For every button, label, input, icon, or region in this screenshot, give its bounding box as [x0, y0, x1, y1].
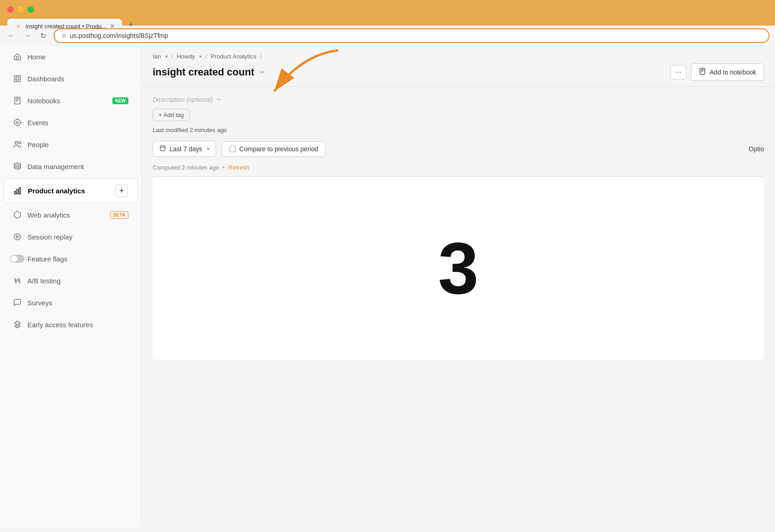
breadcrumb-sep-1: / [171, 53, 173, 60]
page-title: insight created count [153, 66, 254, 78]
breadcrumb: Ian ▾ / Howdy ▾ / Product Analytics / [153, 53, 764, 60]
notebooks-icon [13, 96, 22, 105]
compare-checkbox [229, 146, 236, 152]
web-analytics-icon [13, 210, 22, 219]
sidebar-item-events[interactable]: Events [4, 112, 138, 133]
svg-point-16 [19, 142, 21, 144]
sidebar: Home Dashboards Notebooks NEW Events [0, 46, 142, 527]
sidebar-label-data-management: Data management [27, 163, 84, 170]
sidebar-item-dashboards[interactable]: Dashboards [4, 69, 138, 89]
add-notebook-label: Add to notebook [710, 69, 756, 76]
dashboards-icon [13, 74, 22, 83]
svg-point-10 [16, 122, 19, 124]
sidebar-label-session-replay: Session replay [27, 233, 72, 241]
svg-rect-2 [18, 75, 21, 78]
big-number-value: 3 [438, 232, 479, 305]
refresh-button[interactable]: ↻ [38, 30, 48, 42]
breadcrumb-ian[interactable]: Ian [153, 53, 161, 60]
sidebar-item-feature-flags[interactable]: Feature flags [4, 249, 138, 269]
svg-rect-20 [19, 187, 21, 194]
svg-rect-18 [15, 192, 16, 194]
svg-rect-1 [14, 75, 16, 78]
options-label: Optio [749, 145, 764, 153]
traffic-light-yellow[interactable] [17, 6, 24, 13]
svg-point-9 [14, 119, 21, 126]
sidebar-item-data-management[interactable]: Data management [4, 156, 138, 176]
sidebar-label-people: People [27, 141, 49, 149]
svg-rect-3 [14, 80, 16, 82]
title-edit-icon[interactable]: ✏ [260, 69, 265, 76]
add-to-notebook-button[interactable]: Add to notebook [691, 64, 764, 81]
toggle-icon [10, 255, 25, 263]
sidebar-label-home: Home [27, 53, 46, 61]
date-range-chevron: ▾ [207, 146, 209, 151]
content-area: Description (optional) ✏ + Add tag Last … [142, 87, 775, 527]
breadcrumb-howdy[interactable]: Howdy [177, 53, 195, 60]
breadcrumb-product-analytics[interactable]: Product Analytics [211, 53, 256, 60]
compare-period-button[interactable]: Compare to previous period [222, 141, 326, 157]
breadcrumb-sep-3: / [260, 53, 262, 60]
sidebar-label-events: Events [27, 119, 48, 127]
sidebar-item-early-access[interactable]: Early access features [4, 314, 138, 335]
sidebar-item-notebooks[interactable]: Notebooks NEW [4, 90, 138, 111]
traffic-light-red[interactable] [7, 6, 14, 13]
product-analytics-icon [13, 186, 22, 195]
title-actions: ··· Add to notebook [670, 64, 764, 81]
breadcrumb-ian-chevron: ▾ [165, 54, 168, 59]
sidebar-label-feature-flags: Feature flags [27, 255, 68, 263]
sidebar-item-surveys[interactable]: Surveys [4, 293, 138, 313]
address-bar[interactable]: ⊕ us.posthog.com/insights/BSjzTfmp [53, 28, 770, 43]
refresh-button[interactable]: Refresh [228, 164, 249, 171]
traffic-lights [7, 5, 768, 13]
last-modified-text: Last modified 2 minutes ago [153, 127, 764, 133]
people-icon [13, 140, 22, 149]
description-placeholder: Description (optional) [153, 96, 213, 103]
chart-area: 3 [153, 177, 764, 360]
svg-point-15 [15, 141, 18, 144]
computed-dot: • [223, 164, 225, 171]
notebooks-badge: NEW [112, 97, 128, 104]
sidebar-item-ab-testing[interactable]: A/B testing [4, 271, 138, 291]
surveys-icon [13, 298, 22, 307]
url-text: us.posthog.com/insights/BSjzTfmp [70, 32, 168, 39]
description-edit-icon[interactable]: ✏ [217, 96, 221, 103]
sidebar-label-product-analytics: Product analytics [28, 187, 85, 195]
calendar-icon [159, 145, 166, 153]
sidebar-item-home[interactable]: Home [4, 47, 138, 67]
ab-testing-icon [13, 276, 22, 285]
svg-rect-4 [18, 80, 21, 82]
notebook-icon [699, 68, 706, 77]
description-row: Description (optional) ✏ [153, 96, 764, 103]
product-analytics-add-button[interactable]: + [115, 184, 128, 197]
sidebar-label-notebooks: Notebooks [27, 97, 60, 105]
sidebar-item-web-analytics[interactable]: Web analytics BETA [4, 205, 138, 225]
feature-flags-icon [13, 254, 22, 263]
address-bar-lock-icon: ⊕ [62, 32, 66, 39]
filter-bar: Last 7 days ▾ Compare to previous period… [153, 141, 764, 157]
compare-label: Compare to previous period [239, 145, 318, 153]
add-tag-button[interactable]: + Add tag [153, 109, 190, 121]
early-access-icon [13, 320, 22, 329]
sidebar-label-web-analytics: Web analytics [27, 211, 70, 219]
sidebar-item-product-analytics[interactable]: Product analytics + [4, 178, 138, 203]
main-content: Ian ▾ / Howdy ▾ / Product Analytics / in… [142, 46, 775, 527]
session-replay-icon [13, 232, 22, 241]
computed-bar: Computed 2 minutes ago • Refresh [153, 164, 764, 177]
sidebar-item-people[interactable]: People [4, 134, 138, 154]
traffic-light-green[interactable] [27, 6, 34, 13]
date-range-button[interactable]: Last 7 days ▾ [153, 141, 216, 157]
more-options-button[interactable]: ··· [670, 65, 686, 80]
top-bar: Ian ▾ / Howdy ▾ / Product Analytics / in… [142, 46, 775, 87]
browser-chrome: ≋ insight created count • Produ... ✕ + ←… [0, 0, 775, 46]
app-layout: Home Dashboards Notebooks NEW Events [0, 46, 775, 527]
title-row: insight created count ✏ ··· Add to noteb… [153, 64, 764, 81]
forward-button[interactable]: → [22, 30, 33, 42]
sidebar-item-session-replay[interactable]: Session replay [4, 227, 138, 247]
sidebar-label-dashboards: Dashboards [27, 75, 64, 83]
svg-point-17 [14, 163, 21, 165]
tab-favicon-icon: ≋ [15, 22, 22, 30]
computed-text: Computed 2 minutes ago [153, 164, 219, 171]
back-button[interactable]: ← [5, 30, 16, 42]
sidebar-label-early-access: Early access features [27, 321, 93, 329]
date-range-label: Last 7 days [170, 145, 202, 153]
